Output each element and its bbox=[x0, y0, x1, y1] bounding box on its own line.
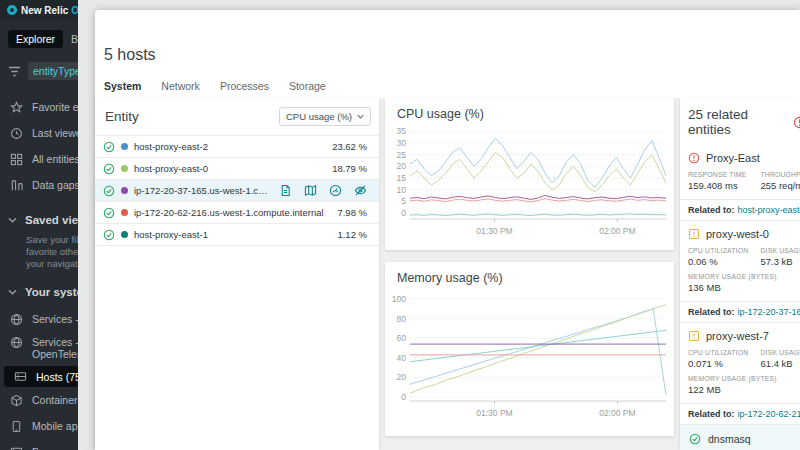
svg-text:80: 80 bbox=[397, 314, 407, 324]
svg-text:01:30 PM: 01:30 PM bbox=[476, 408, 512, 418]
hosts-overlay: 5 hosts System Network Processes Storage… bbox=[95, 10, 800, 450]
related-to-row: Related to:ip-172-20-62-216.us-west-1.co… bbox=[680, 403, 800, 425]
cube-icon bbox=[10, 394, 23, 407]
svg-text:30: 30 bbox=[397, 138, 407, 148]
metric-selector-dropdown[interactable]: CPU usage (%) bbox=[279, 107, 371, 126]
eye-slash-icon[interactable] bbox=[354, 184, 367, 197]
warning-status-icon bbox=[688, 330, 700, 342]
cpu-chart-title: CPU usage (%) bbox=[385, 98, 674, 121]
new-relic-logo-icon bbox=[7, 5, 17, 15]
related-entity-proxy-west-0[interactable]: proxy-west-0 CPU UTILIZATION0.06 % DISK … bbox=[680, 221, 800, 301]
related-to-row: Related to:host-proxy-east-0 bbox=[680, 199, 800, 221]
tab-system[interactable]: System bbox=[104, 80, 141, 100]
entity-panel-title: Entity bbox=[105, 109, 139, 124]
entity-list-panel: Entity CPU usage (%) host-proxy-east-223… bbox=[95, 98, 379, 450]
host-name: host-proxy-east-2 bbox=[134, 141, 324, 152]
saved-views-description: Save your filte favorite other your navi… bbox=[0, 234, 78, 270]
svg-text:02:00 PM: 02:00 PM bbox=[599, 408, 635, 418]
svg-text:35: 35 bbox=[397, 126, 407, 136]
svg-text:25: 25 bbox=[397, 150, 407, 160]
svg-text:0: 0 bbox=[401, 208, 406, 218]
host-metric-value: 7.98 % bbox=[337, 207, 367, 218]
sidebar-item-containers[interactable]: Containers bbox=[0, 387, 78, 413]
host-name: host-proxy-east-1 bbox=[134, 229, 329, 240]
brand-name: New Relic bbox=[21, 5, 68, 16]
memory-chart-title: Memory usage (%) bbox=[385, 262, 674, 285]
host-metric-value: 23.62 % bbox=[332, 141, 367, 152]
check-circle-icon bbox=[689, 433, 701, 445]
entity-map-icon[interactable] bbox=[304, 184, 317, 197]
check-circle-icon bbox=[103, 141, 115, 153]
entity-row[interactable]: host-proxy-east-11.12 % bbox=[95, 224, 379, 246]
chevron-down-icon bbox=[8, 289, 17, 295]
svg-text:5: 5 bbox=[401, 196, 406, 206]
tab-network[interactable]: Network bbox=[161, 80, 200, 100]
memory-usage-chart[interactable]: 02040608010001:30 PM02:00 PM bbox=[388, 287, 671, 427]
related-host-link[interactable]: host-proxy-east-0 bbox=[738, 205, 800, 215]
columns-icon bbox=[10, 179, 23, 192]
dashboard-icon[interactable] bbox=[329, 184, 342, 197]
mobile-icon bbox=[10, 420, 23, 433]
metadata-document-icon[interactable] bbox=[279, 184, 292, 197]
host-name: ip-172-20-37-165.us-west-1.compute.inter… bbox=[134, 185, 271, 196]
sidebar-item-favorite-entities[interactable]: Favorite entities bbox=[0, 94, 78, 120]
page-title: 5 hosts bbox=[104, 46, 156, 64]
section-saved-views[interactable]: Saved views bbox=[0, 214, 78, 226]
entity-row[interactable]: ip-172-20-62-216.us-west-1.compute.inter… bbox=[95, 202, 379, 224]
host-color-dot bbox=[121, 165, 128, 172]
host-color-dot bbox=[121, 187, 128, 194]
check-circle-icon bbox=[103, 185, 115, 197]
sidebar-item-hosts[interactable]: Hosts (75) bbox=[4, 366, 78, 387]
view-tabs: System Network Processes Storage bbox=[104, 80, 326, 100]
svg-text:01:30 PM: 01:30 PM bbox=[476, 226, 512, 236]
related-entity-proxy-east[interactable]: Proxy-East RESPONSE TIME159.408 ms THROU… bbox=[680, 145, 800, 199]
svg-text:02:00 PM: 02:00 PM bbox=[599, 226, 635, 236]
sidebar-item-all-entities[interactable]: All entities bbox=[0, 146, 78, 172]
sidebar-item-data-gaps[interactable]: Data gaps bbox=[0, 172, 78, 198]
star-icon bbox=[10, 101, 23, 114]
related-entities-panel: 25 related entities Proxy-East RESPONSE … bbox=[680, 98, 800, 450]
filter-funnel-icon bbox=[8, 66, 21, 77]
entity-filter-input[interactable] bbox=[28, 62, 78, 80]
globe-icon bbox=[10, 313, 23, 326]
related-entity-proxy-west-7[interactable]: proxy-west-7 CPU UTILIZATION0.071 % DISK… bbox=[680, 323, 800, 403]
browser-icon bbox=[10, 446, 23, 450]
related-panel-title: 25 related entities bbox=[688, 107, 793, 137]
svg-text:20: 20 bbox=[397, 372, 407, 382]
sidebar-item-browser-applications[interactable]: Browser applications bbox=[0, 439, 78, 450]
sidebar-item-services-apm[interactable]: Services - APM bbox=[0, 306, 78, 332]
host-metric-value: 18.79 % bbox=[332, 163, 367, 174]
entity-row[interactable]: host-proxy-east-223.62 % bbox=[95, 136, 379, 158]
grid-icon bbox=[10, 153, 23, 166]
host-metric-value: 1.12 % bbox=[337, 229, 367, 240]
brand[interactable]: New Relic ONE ™ bbox=[0, 0, 78, 20]
tab-processes[interactable]: Processes bbox=[220, 80, 269, 100]
sidebar: New Relic ONE ™ Explorer Browse Favorite… bbox=[0, 0, 78, 450]
entity-row[interactable]: host-proxy-east-018.79 % bbox=[95, 158, 379, 180]
svg-text:15: 15 bbox=[397, 173, 407, 183]
related-entity-dnsmasq[interactable]: dnsmasq bbox=[680, 425, 800, 450]
globe-icon bbox=[10, 336, 23, 349]
related-host-link[interactable]: ip-172-20-62-216.us-west-1.compute.inter… bbox=[738, 409, 800, 419]
sidebar-item-last-viewed[interactable]: Last viewed bbox=[0, 120, 78, 146]
section-your-system[interactable]: Your system bbox=[0, 286, 78, 298]
sidebar-item-mobile-applications[interactable]: Mobile applications bbox=[0, 413, 78, 439]
svg-text:0: 0 bbox=[401, 392, 406, 402]
cpu-usage-chart[interactable]: 0510152025303501:30 PM02:00 PM bbox=[388, 123, 671, 245]
cpu-usage-chart-panel: CPU usage (%) 0510152025303501:30 PM02:0… bbox=[385, 98, 674, 250]
tab-storage[interactable]: Storage bbox=[289, 80, 326, 100]
host-color-dot bbox=[121, 231, 128, 238]
sidebar-item-services-opentelemetry[interactable]: Services - OpenTelemetry bbox=[0, 332, 78, 366]
entity-row[interactable]: ip-172-20-37-165.us-west-1.compute.inter… bbox=[95, 180, 379, 202]
svg-text:40: 40 bbox=[397, 353, 407, 363]
related-host-link[interactable]: ip-172-20-37-165.us-west-1.compute.inter… bbox=[738, 307, 800, 317]
svg-text:100: 100 bbox=[392, 294, 406, 304]
critical-alert-icon[interactable] bbox=[793, 116, 800, 129]
host-color-dot bbox=[121, 143, 128, 150]
brand-suffix: ONE bbox=[71, 5, 78, 16]
server-icon bbox=[14, 370, 27, 383]
critical-status-icon bbox=[688, 152, 700, 164]
chevron-down-icon bbox=[357, 114, 364, 119]
sidebar-tab-explorer[interactable]: Explorer bbox=[8, 30, 63, 48]
sidebar-tab-browse[interactable]: Browse bbox=[63, 30, 78, 48]
